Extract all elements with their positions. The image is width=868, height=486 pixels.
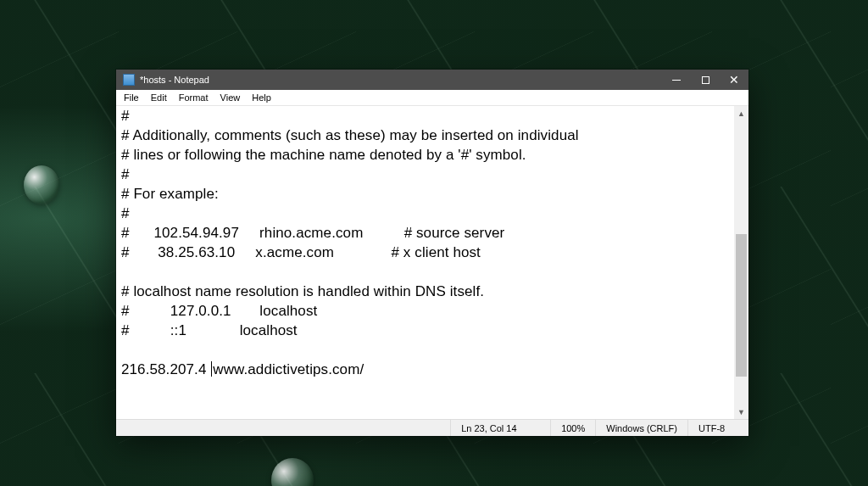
maximize-button[interactable] <box>691 70 720 90</box>
text-line: www.addictivetips.com/ <box>213 361 364 377</box>
statusbar: Ln 23, Col 14 100% Windows (CRLF) UTF-8 <box>116 419 748 436</box>
text-line: # 102.54.94.97 rhino.acme.com # source s… <box>121 225 504 241</box>
scroll-track[interactable] <box>734 120 748 405</box>
text-line: # <box>121 205 130 221</box>
menu-edit[interactable]: Edit <box>145 92 173 103</box>
text-line: # localhost name resolution is handled w… <box>121 283 484 299</box>
notepad-window: *hosts - Notepad ✕ File Edit Format View… <box>116 70 748 436</box>
text-line: 216.58.207.4 <box>121 361 210 377</box>
status-line-ending: Windows (CRLF) <box>595 420 687 436</box>
text-line: # 127.0.0.1 localhost <box>121 303 317 319</box>
text-line: # <box>121 166 130 182</box>
background-water-drop <box>24 165 59 204</box>
text-line: # 38.25.63.10 x.acme.com # x client host <box>121 244 481 260</box>
status-zoom[interactable]: 100% <box>550 420 595 436</box>
text-line: # Additionally, comments (such as these)… <box>121 127 579 143</box>
text-editor[interactable]: # # Additionally, comments (such as thes… <box>116 106 734 419</box>
menu-file[interactable]: File <box>118 92 145 103</box>
minimize-icon <box>672 80 681 81</box>
scroll-up-icon[interactable]: ▲ <box>734 106 748 120</box>
text-line: # ::1 localhost <box>121 322 298 338</box>
status-caret-position: Ln 23, Col 14 <box>450 420 550 436</box>
window-title: *hosts - Notepad <box>140 75 209 85</box>
text-line: # <box>121 108 130 124</box>
text-caret <box>211 361 212 377</box>
text-line: # lines or following the machine name de… <box>121 147 526 163</box>
vertical-scrollbar[interactable]: ▲ ▼ <box>734 106 748 419</box>
status-spacer <box>116 420 450 436</box>
menubar: File Edit Format View Help <box>116 90 748 106</box>
menu-help[interactable]: Help <box>246 92 277 103</box>
minimize-button[interactable] <box>662 70 691 90</box>
maximize-icon <box>702 76 709 84</box>
scroll-down-icon[interactable]: ▼ <box>734 405 748 419</box>
status-encoding: UTF-8 <box>687 420 748 436</box>
menu-view[interactable]: View <box>214 92 247 103</box>
titlebar[interactable]: *hosts - Notepad ✕ <box>116 70 748 90</box>
scroll-thumb[interactable] <box>736 234 747 377</box>
close-icon: ✕ <box>729 74 739 86</box>
app-icon <box>123 74 135 86</box>
background-water-drop <box>271 458 314 486</box>
close-button[interactable]: ✕ <box>720 70 748 90</box>
menu-format[interactable]: Format <box>173 92 214 103</box>
text-line: # For example: <box>121 186 219 202</box>
